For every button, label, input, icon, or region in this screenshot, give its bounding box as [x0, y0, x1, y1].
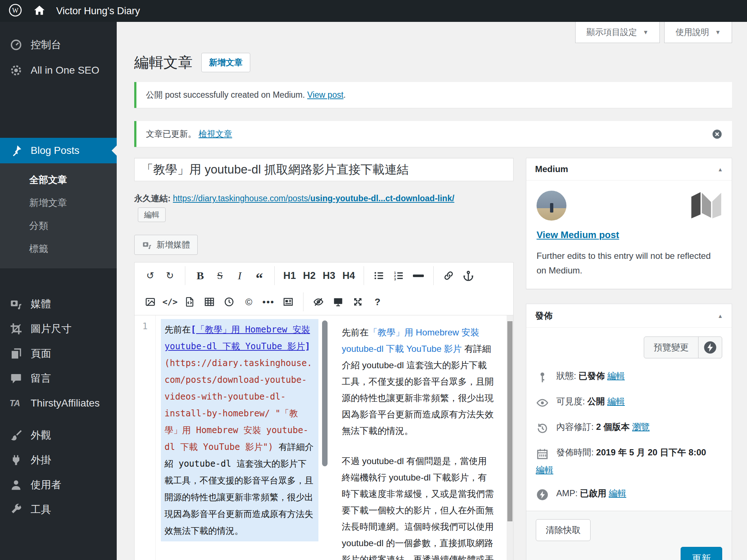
heading3-button[interactable]: H3 [319, 266, 339, 285]
edit-slug-button[interactable]: 編輯 [138, 207, 166, 222]
active-line: 先前在[「教學」用 Homebrew 安裝 youtube-dl 下載 YouT… [161, 319, 318, 541]
markdown-source-pane[interactable]: 先前在[「教學」用 Homebrew 安裝 youtube-dl 下載 YouT… [156, 315, 321, 560]
permalink-base: https://diary.taskinghouse.com/posts/ [173, 194, 310, 203]
more-options-icon[interactable]: ••• [259, 292, 278, 312]
layout-newspaper-icon[interactable] [278, 292, 298, 312]
permalink-slug: using-youtube-dl...ct-download-link/ [310, 194, 454, 203]
revisions-history-icon [536, 422, 549, 435]
source-url: (https://diary.taskinghouse.com/posts/do… [165, 358, 312, 452]
bullet-list-icon[interactable] [369, 266, 389, 285]
amp-preview-button[interactable] [698, 337, 722, 358]
screen-options-tab[interactable]: 顯示項目設定 ▼ [575, 22, 660, 43]
dismiss-notice-icon[interactable] [712, 129, 723, 140]
help-icon[interactable]: ? [368, 292, 387, 312]
heading4-button[interactable]: H4 [339, 266, 359, 285]
sidebar-item-blog-posts[interactable]: Blog Posts [0, 138, 117, 163]
undo-icon[interactable]: ↺ [140, 266, 160, 285]
preview-toggle-icon[interactable] [309, 292, 328, 312]
wordpress-edit-post-screen: W Victor Hung's Diary 控制台 All in One SEO… [0, 0, 747, 560]
sidebar-item-appearance[interactable]: 外觀 [0, 423, 117, 448]
submenu-item-tags[interactable]: 標籤 [0, 237, 117, 260]
sidebar-item-comments[interactable]: 留言 [0, 366, 117, 391]
permalink-link[interactable]: https://diary.taskinghouse.com/posts/usi… [173, 194, 454, 203]
browse-revisions-link[interactable]: 瀏覽 [632, 422, 650, 432]
sidebar-item-tools[interactable]: 工具 [0, 497, 117, 522]
collapse-panel-icon[interactable]: ▲ [717, 166, 723, 172]
sidebar-item-label: All in One SEO [31, 65, 99, 76]
publish-panel-header[interactable]: 發佈 ▲ [526, 304, 732, 328]
add-new-post-button[interactable]: 新增文章 [201, 53, 250, 72]
numbered-list-icon[interactable]: 123 [389, 266, 409, 285]
status-row: 狀態: 已發佈 編輯 [536, 370, 722, 384]
wordpress-logo-icon[interactable]: W [8, 3, 23, 19]
collapse-panel-icon[interactable]: ▲ [717, 313, 723, 319]
sidebar-item-dashboard[interactable]: 控制台 [0, 32, 117, 58]
line-number-gutter: 1 [135, 315, 156, 560]
sidebar-item-all-in-one-seo[interactable]: All in One SEO [0, 58, 117, 83]
inline-code-icon[interactable]: </> [160, 292, 180, 312]
preview-changes-button[interactable]: 預覽變更 [644, 337, 698, 358]
sidebar-item-pages[interactable]: 頁面 [0, 341, 117, 366]
help-tab[interactable]: 使用說明 ▼ [664, 22, 732, 43]
view-article-link[interactable]: 檢視文章 [198, 129, 232, 139]
pushpin-icon [9, 144, 23, 157]
horizontal-rule-icon[interactable] [409, 266, 428, 285]
medium-success-notice: 公開 post successfully created on Medium. … [134, 82, 732, 108]
blockquote-button[interactable]: “ [249, 266, 269, 285]
strikethrough-button[interactable]: S [210, 266, 230, 285]
toolbar-separator [274, 266, 275, 285]
preview-scrollbar-thumb[interactable] [507, 321, 512, 521]
image-icon[interactable] [140, 292, 160, 312]
bold-button[interactable]: B [190, 266, 210, 285]
revisions-value: 2 個版本 [596, 422, 630, 432]
sidebar-item-label: 媒體 [31, 297, 51, 311]
edit-status-link[interactable]: 編輯 [607, 371, 625, 381]
add-media-button[interactable]: 新增媒體 [134, 235, 198, 255]
thirstyaffiliates-ta-icon: TA [9, 398, 23, 408]
redo-icon[interactable]: ↻ [160, 266, 180, 285]
heading2-button[interactable]: H2 [299, 266, 319, 285]
copyright-icon[interactable]: © [239, 292, 259, 312]
sidebar-item-media[interactable]: 媒體 [0, 292, 117, 316]
pages-icon [9, 347, 23, 360]
view-medium-post-link[interactable]: View Medium post [537, 229, 619, 241]
table-icon[interactable] [200, 292, 219, 312]
comment-icon [9, 372, 23, 385]
clear-cache-button[interactable]: 清除快取 [536, 519, 591, 541]
monitor-icon[interactable] [328, 292, 348, 312]
sidebar-item-users[interactable]: 使用者 [0, 472, 117, 497]
source-scrollbar [321, 315, 330, 560]
home-icon[interactable] [32, 3, 47, 19]
editor-body: 1 先前在[「教學」用 Homebrew 安裝 youtube-dl 下載 Yo… [135, 315, 513, 560]
link-icon[interactable] [439, 266, 458, 285]
submenu-item-add-new[interactable]: 新增文章 [0, 191, 117, 214]
italic-button[interactable]: I [230, 266, 249, 285]
view-post-link[interactable]: View post [307, 90, 343, 100]
heading1-button[interactable]: H1 [280, 266, 299, 285]
update-button[interactable]: 更新 [681, 547, 722, 560]
site-name-link[interactable]: Victor Hung's Diary [56, 5, 140, 17]
sidebar-item-label: 留言 [31, 372, 51, 385]
visibility-label: 可見度: [556, 396, 585, 406]
sidebar-item-thirstyaffiliates[interactable]: TA ThirstyAffiliates [0, 391, 117, 416]
clock-icon[interactable] [219, 292, 239, 312]
edit-amp-link[interactable]: 編輯 [609, 488, 626, 498]
amp-label: AMP: [556, 488, 578, 498]
medium-panel-header[interactable]: Medium ▲ [526, 158, 732, 180]
key-icon [536, 371, 549, 384]
fullscreen-icon[interactable] [348, 292, 368, 312]
code-block-icon[interactable] [180, 292, 200, 312]
submenu-item-all-posts[interactable]: 全部文章 [0, 168, 117, 191]
toolbar-separator [185, 266, 185, 285]
source-scrollbar-thumb[interactable] [322, 320, 328, 466]
sidebar-item-label: 工具 [31, 503, 51, 517]
post-title-input[interactable] [134, 158, 514, 181]
permalink-label: 永久連結: [134, 194, 171, 203]
edit-visibility-link[interactable]: 編輯 [607, 396, 625, 406]
sidebar-item-label: 控制台 [31, 38, 61, 52]
sidebar-item-plugins[interactable]: 外掛 [0, 448, 117, 472]
sidebar-item-image-sizes[interactable]: 圖片尺寸 [0, 316, 117, 341]
submenu-item-categories[interactable]: 分類 [0, 214, 117, 237]
anchor-icon[interactable] [458, 266, 478, 285]
edit-publish-time-link[interactable]: 編輯 [536, 465, 553, 475]
